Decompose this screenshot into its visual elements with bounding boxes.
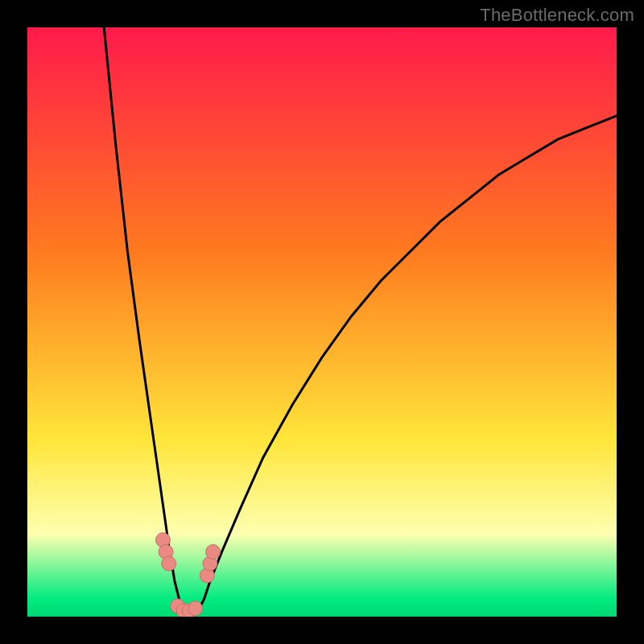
outer-frame: TheBottleneck.com [0, 0, 644, 644]
watermark-text: TheBottleneck.com [480, 5, 634, 26]
bottleneck-curve [104, 27, 617, 617]
plot-area [27, 27, 617, 617]
chart-svg [27, 27, 617, 617]
data-markers [155, 533, 220, 617]
data-marker [162, 556, 176, 571]
data-marker [188, 601, 203, 616]
data-marker [206, 545, 221, 559]
